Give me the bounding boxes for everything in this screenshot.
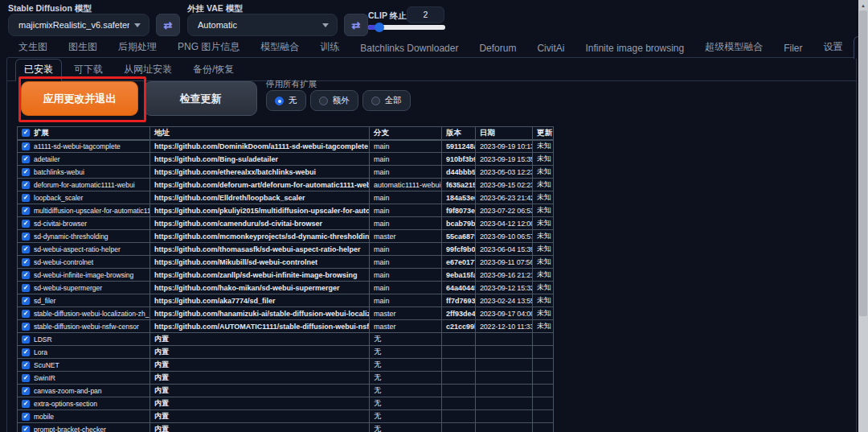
update-cell xyxy=(533,333,554,346)
extension-checkbox[interactable]: ✓ xyxy=(22,335,30,344)
tab-civitai[interactable]: CivitAi xyxy=(526,39,575,58)
extension-checkbox[interactable]: ✓ xyxy=(22,181,30,189)
extension-checkbox[interactable]: ✓ xyxy=(22,207,30,215)
version-cell xyxy=(442,423,476,432)
table-row: ✓sd-webui-controlnethttps://github.com/M… xyxy=(18,256,554,269)
tab-batchlinks-downloader[interactable]: Batchlinks Downloader xyxy=(350,39,469,58)
date-cell xyxy=(476,397,533,410)
tab-后期处理[interactable]: 后期处理 xyxy=(108,36,167,58)
check-updates-button[interactable]: 检查更新 xyxy=(144,81,257,116)
extension-name: mobile xyxy=(34,413,54,421)
tab-png-图片信息[interactable]: PNG 图片信息 xyxy=(167,36,250,58)
version-cell: 2ff93de4 xyxy=(442,307,476,320)
url-cell: 内置 xyxy=(150,346,370,359)
radio-option-全部[interactable]: 全部 xyxy=(362,90,411,111)
tab-设置[interactable]: 设置 xyxy=(813,36,854,58)
extension-checkbox[interactable]: ✓ xyxy=(22,284,30,292)
table-row: ✓batchlinks-webuihttps://github.com/ethe… xyxy=(18,166,554,179)
clip-skip-slider[interactable] xyxy=(368,25,445,30)
radio-option-label: 额外 xyxy=(333,95,350,106)
extension-cell: ✓adetailer xyxy=(18,153,150,166)
extension-checkbox[interactable]: ✓ xyxy=(22,245,30,253)
extension-checkbox[interactable]: ✓ xyxy=(22,374,30,382)
refresh-vae-button[interactable]: ⇄ xyxy=(344,14,368,36)
extension-cell: ✓mobile xyxy=(18,410,150,423)
extension-checkbox[interactable]: ✓ xyxy=(22,168,30,176)
col-header-0: ✓扩展 xyxy=(18,127,150,140)
extension-checkbox[interactable]: ✓ xyxy=(22,220,30,228)
table-row: ✓sd-webui-aspect-ratio-helperhttps://git… xyxy=(18,243,554,256)
select-all-checkbox[interactable]: ✓ xyxy=(22,129,30,137)
slider-handle[interactable] xyxy=(375,23,384,32)
scrollbar-thumb[interactable] xyxy=(859,10,867,316)
extension-checkbox[interactable]: ✓ xyxy=(22,400,30,408)
extension-checkbox[interactable]: ✓ xyxy=(22,297,30,305)
scroll-up-arrow-icon[interactable]: ▲ xyxy=(858,0,868,10)
tab-超级模型融合[interactable]: 超级模型融合 xyxy=(694,36,773,58)
col-header-4: 日期 xyxy=(476,127,533,140)
vae-dropdown[interactable]: Automatic xyxy=(187,14,338,36)
update-cell: 未知 xyxy=(533,282,554,294)
version-cell: f635a215 xyxy=(442,179,476,191)
tab-filer[interactable]: Filer xyxy=(773,39,813,58)
version-cell: f9f8073e xyxy=(442,204,476,217)
date-cell: 2023-06-04 15:39:07 xyxy=(476,243,533,256)
version-cell xyxy=(442,385,476,397)
tab-文生图[interactable]: 文生图 xyxy=(8,36,58,58)
version-cell xyxy=(442,333,476,346)
update-cell: 未知 xyxy=(533,179,554,191)
radio-option-无[interactable]: 无 xyxy=(266,90,306,111)
table-row: ✓SwinIR内置无 xyxy=(18,372,554,385)
update-cell: 未知 xyxy=(533,230,554,243)
chevron-down-icon xyxy=(134,23,141,27)
extension-checkbox[interactable]: ✓ xyxy=(22,271,30,279)
extension-checkbox[interactable]: ✓ xyxy=(22,142,30,150)
subtab-可下载[interactable]: 可下载 xyxy=(65,59,112,80)
header-name-flex: ✓扩展 xyxy=(22,128,145,138)
update-cell xyxy=(533,397,554,410)
apply-and-restart-button[interactable]: 应用更改并退出 xyxy=(21,81,138,116)
scrollbar[interactable]: ▲ xyxy=(858,0,868,432)
extension-checkbox[interactable]: ✓ xyxy=(22,258,30,266)
radio-circle-icon xyxy=(275,97,284,105)
subtab-备份/恢复[interactable]: 备份/恢复 xyxy=(184,59,243,80)
sd-model-dropdown[interactable]: majicmixRealistic_v6.safetensors xyxy=(8,14,149,36)
table-body: ✓a1111-sd-webui-tagcompletehttps://githu… xyxy=(18,140,554,432)
extension-checkbox[interactable]: ✓ xyxy=(22,361,30,369)
tab-图生图[interactable]: 图生图 xyxy=(58,36,108,58)
table-row: ✓loopback_scalerhttps://github.com/Elldr… xyxy=(18,191,554,204)
refresh-sd-model-button[interactable]: ⇄ xyxy=(156,14,180,36)
date-cell xyxy=(476,346,533,359)
extension-name: sd-webui-controlnet xyxy=(34,258,93,266)
extension-checkbox[interactable]: ✓ xyxy=(22,155,30,163)
extension-checkbox[interactable]: ✓ xyxy=(22,426,30,432)
extension-checkbox[interactable]: ✓ xyxy=(22,194,30,202)
update-cell: 未知 xyxy=(533,294,554,307)
url-cell: https://github.com/mcmonkeyprojects/sd-d… xyxy=(150,230,370,243)
extension-name-flex: ✓a1111-sd-webui-tagcomplete xyxy=(22,142,145,150)
extension-cell: ✓deforum-for-automatic1111-webui xyxy=(18,179,150,191)
tab-infinite-image-browsing[interactable]: Infinite image browsing xyxy=(575,39,694,58)
extension-checkbox[interactable]: ✓ xyxy=(22,310,30,318)
extensions-table: ✓扩展地址分支版本日期更新 ✓a1111-sd-webui-tagcomplet… xyxy=(17,126,554,432)
tab-训练[interactable]: 训练 xyxy=(309,36,350,58)
tab-deforum[interactable]: Deforum xyxy=(469,39,526,58)
extension-name-flex: ✓sd-webui-infinite-image-browsing xyxy=(22,271,145,279)
table-row: ✓adetailerhttps://github.com/Bing-su/ade… xyxy=(18,153,554,166)
extension-checkbox[interactable]: ✓ xyxy=(22,348,30,356)
subtab-从网址安装[interactable]: 从网址安装 xyxy=(115,59,181,80)
branch-cell: 无 xyxy=(370,385,442,397)
radio-option-额外[interactable]: 额外 xyxy=(310,90,358,111)
version-cell xyxy=(442,372,476,385)
url-cell: https://github.com/hako-mikan/sd-webui-s… xyxy=(150,282,370,294)
branch-cell: 无 xyxy=(370,410,442,423)
update-cell xyxy=(533,410,554,423)
extension-checkbox[interactable]: ✓ xyxy=(22,387,30,395)
subtab-已安装[interactable]: 已安装 xyxy=(15,59,62,81)
clip-skip-input[interactable]: 2 xyxy=(407,6,444,23)
extension-checkbox[interactable]: ✓ xyxy=(22,232,30,241)
extension-checkbox[interactable]: ✓ xyxy=(22,413,30,421)
tab-模型融合[interactable]: 模型融合 xyxy=(250,36,309,58)
extension-checkbox[interactable]: ✓ xyxy=(22,323,30,331)
table-header-row: ✓扩展地址分支版本日期更新 xyxy=(18,127,554,140)
